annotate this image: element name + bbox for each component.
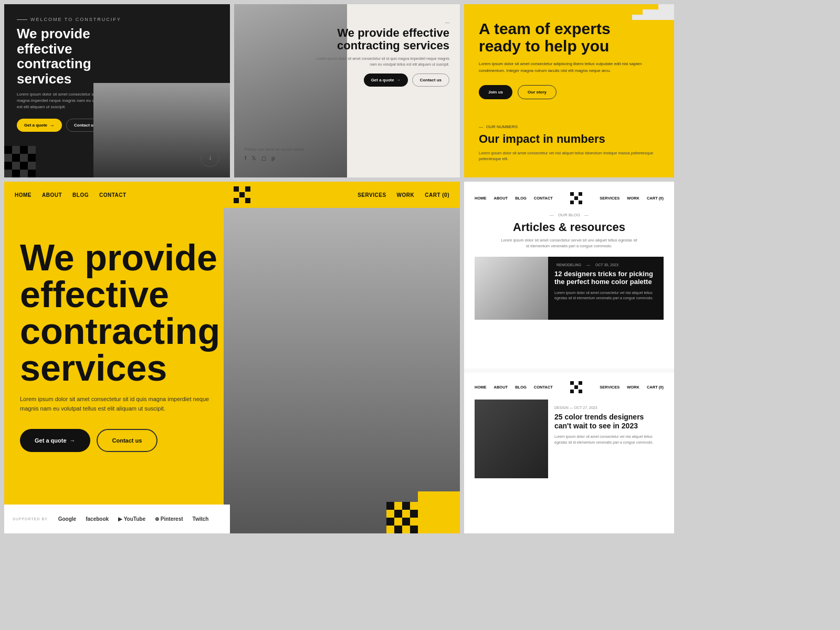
blog-nav-contact-2[interactable]: CONTACT — [534, 385, 553, 390]
blog-card-2-title: 25 color trends designers can't wait to … — [554, 413, 657, 430]
blog-card-2-dash: — — [570, 406, 574, 410]
stair-step-1 — [658, 4, 674, 9]
welcome-label: WELCOME TO CONSTRUCIFY — [17, 17, 217, 22]
stair-step-3 — [632, 15, 674, 20]
youtube-logo: ▶ YouTube — [118, 516, 145, 522]
blog-nav-home[interactable]: HOME — [475, 196, 487, 201]
blog-card-2-category: DESIGN — [554, 406, 569, 410]
blog-nav-left-2: HOME ABOUT BLOG CONTACT — [475, 385, 553, 390]
blog-nav-cart[interactable]: CART (0) — [647, 196, 664, 201]
blog-card-2-date: OCT 27, 2023 — [574, 406, 597, 410]
blog-panel-bottom: HOME ABOUT BLOG CONTACT SERVICES WORK CA… — [464, 373, 674, 533]
team-buttons: Join us Our story — [479, 85, 659, 99]
navbar: HOME ABOUT BLOG CONTACT SERVICES WORK CA… — [4, 182, 460, 208]
blog-card-1-image — [475, 257, 548, 320]
checker-decoration-small — [386, 502, 418, 533]
nav-work[interactable]: WORK — [397, 192, 415, 198]
blog-card-1-title: 12 designers tricks for picking the perf… — [554, 270, 657, 286]
panel-blog-inner: HOME ABOUT BLOG CONTACT SERVICES WORK CA… — [464, 182, 674, 533]
blog-nav-blog-2[interactable]: BLOG — [515, 385, 527, 390]
logo — [234, 186, 250, 203]
our-story-button[interactable]: Our story — [518, 85, 556, 99]
blog-card-1-date: OCT 30, 2023 — [595, 263, 618, 267]
large-hero-desc: Lorem ipsum dolor sit amet consectetur s… — [20, 395, 219, 413]
blog-panel-top: HOME ABOUT BLOG CONTACT SERVICES WORK CA… — [464, 182, 674, 369]
blog-section-label: OUR BLOG — [475, 213, 664, 217]
blog-card-1-meta: REMODELING — OCT 30, 2023 — [554, 263, 657, 267]
numbers-title: Our impact in numbers — [479, 132, 659, 146]
facebook-logo: facebook — [86, 516, 109, 522]
nav-blog[interactable]: BLOG — [72, 192, 89, 198]
blog-card-2-content: DESIGN — OCT 27, 2023 25 color trends de… — [548, 400, 664, 478]
blog-card-1-excerpt: Lorem ipsum dolor sit amet consectetur v… — [554, 290, 657, 301]
blog-nav-contact[interactable]: CONTACT — [534, 196, 553, 201]
panel-dark-hero: WELCOME TO CONSTRUCIFY We provide effect… — [4, 4, 230, 177]
instagram-icon[interactable]: ◻ — [261, 155, 266, 162]
social-icons-list: f 𝕏 ◻ 𝕡 — [245, 155, 304, 162]
pinterest-icon[interactable]: 𝕡 — [271, 155, 276, 162]
stair-decoration — [632, 4, 674, 46]
facebook-icon[interactable]: f — [245, 155, 246, 162]
contact-button-2[interactable]: Contact us — [412, 74, 449, 87]
hero-heading-1: We provide effective contracting service… — [17, 26, 132, 86]
blog-nav-left-1: HOME ABOUT BLOG CONTACT — [475, 196, 553, 201]
blog-card-1-category: REMODELING — [556, 263, 581, 267]
blog-card-1: REMODELING — OCT 30, 2023 12 designers t… — [475, 257, 664, 320]
hero-buttons-2: Get a quote Contact us — [313, 74, 449, 87]
get-quote-button-large[interactable]: Get a quote — [20, 429, 90, 452]
blog-section-desc: Lorem ipsum dolor sit amet consectetur s… — [501, 237, 637, 249]
get-quote-button-2[interactable]: Get a quote — [364, 74, 408, 87]
blog-navbar-1: HOME ABOUT BLOG CONTACT SERVICES WORK CA… — [475, 192, 664, 204]
social-media-row: Follow our work on social media f 𝕏 ◻ 𝕡 — [245, 147, 304, 162]
nav-services[interactable]: SERVICES — [358, 192, 386, 198]
blog-card-2-meta: DESIGN — OCT 27, 2023 — [554, 406, 657, 410]
supported-label: SUPPORTED BY — [13, 517, 48, 521]
large-hero-heading: We provide effective contracting service… — [20, 239, 282, 386]
contact-button-large[interactable]: Contact us — [97, 429, 158, 452]
twitch-logo: Twitch — [193, 516, 209, 522]
blog-nav-work[interactable]: WORK — [627, 196, 639, 201]
blog-card-1-content: REMODELING — OCT 30, 2023 12 designers t… — [548, 257, 664, 320]
checker-decoration-1 — [4, 146, 36, 177]
blog-nav-home-2[interactable]: HOME — [475, 385, 487, 390]
team-desc: Lorem ipsum dolor sit amet consectetur a… — [479, 61, 647, 75]
social-label: Follow our work on social media — [245, 147, 304, 152]
blog-nav-services[interactable]: SERVICES — [600, 196, 620, 201]
blog-nav-right-2: SERVICES WORK CART (0) — [600, 385, 664, 390]
blog-nav-services-2[interactable]: SERVICES — [600, 385, 620, 390]
supported-bar: SUPPORTED BY Google facebook ▶ YouTube ⊕… — [4, 505, 230, 533]
blog-nav-about[interactable]: ABOUT — [494, 196, 508, 201]
numbers-label: OUR NUMBERS — [479, 124, 659, 129]
get-quote-button-1[interactable]: Get a quote — [17, 119, 62, 132]
blog-card-2-excerpt: Lorem ipsum dolor sit amet consectetur v… — [554, 434, 657, 445]
twitter-icon[interactable]: 𝕏 — [251, 155, 256, 162]
panel-blog: HOME ABOUT BLOG CONTACT SERVICES WORK CA… — [464, 182, 674, 533]
blog-logo — [570, 192, 582, 204]
nav-home[interactable]: HOME — [15, 192, 32, 198]
blog-nav-blog[interactable]: BLOG — [515, 196, 527, 201]
blog-nav-about-2[interactable]: ABOUT — [494, 385, 508, 390]
scroll-down-button[interactable]: ↓ — [201, 148, 219, 167]
numbers-section: OUR NUMBERS Our impact in numbers Lorem … — [479, 124, 659, 162]
blog-nav-work-2[interactable]: WORK — [627, 385, 639, 390]
nav-cart[interactable]: CART (0) — [425, 192, 449, 198]
google-logo: Google — [58, 516, 76, 522]
panel-large-yellow-hero: HOME ABOUT BLOG CONTACT SERVICES WORK CA… — [4, 182, 460, 533]
nav-contact[interactable]: CONTACT — [99, 192, 127, 198]
nav-about[interactable]: ABOUT — [42, 192, 62, 198]
join-us-button[interactable]: Join us — [479, 85, 512, 99]
panel-yellow-team: A team of experts ready to help you Lore… — [464, 4, 674, 177]
main-grid: WELCOME TO CONSTRUCIFY We provide effect… — [0, 0, 840, 630]
blog-card-1-image-bg — [475, 257, 548, 320]
hero-desc-2: Lorem ipsum dolor sit amet consectetur s… — [313, 56, 449, 67]
blog-card-2-image — [475, 400, 548, 478]
panel-worker-drill: — We provide effective contracting servi… — [234, 4, 460, 177]
nav-left: HOME ABOUT BLOG CONTACT — [15, 192, 127, 198]
team-heading: A team of experts ready to help you — [479, 20, 626, 55]
nav-right: SERVICES WORK CART (0) — [358, 192, 449, 198]
checker-corner — [418, 491, 460, 533]
blog-nav-right-1: SERVICES WORK CART (0) — [600, 196, 664, 201]
blog-nav-cart-2[interactable]: CART (0) — [647, 385, 664, 390]
blog-card-2: DESIGN — OCT 27, 2023 25 color trends de… — [475, 400, 664, 478]
brand-logos: Google facebook ▶ YouTube ⊕ Pinterest Tw… — [58, 516, 209, 522]
